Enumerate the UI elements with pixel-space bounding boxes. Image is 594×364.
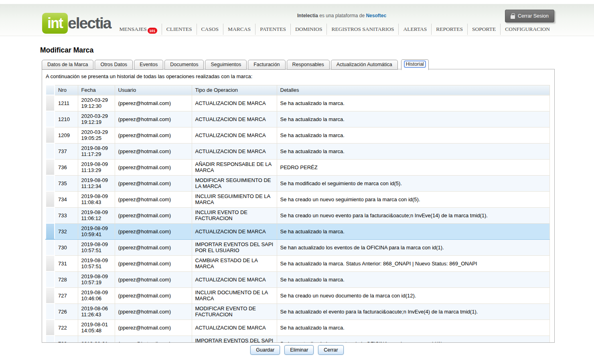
tab-label: Eventos — [140, 62, 158, 67]
cell-tipo: INCLUIR SEGUIMIENTO DE LA MARCA — [192, 191, 277, 207]
table-row[interactable]: 727 2019-08-09 10:46:06 (pperez@hotmail.… — [46, 287, 550, 303]
tab-historial[interactable]: Historial — [401, 59, 429, 70]
cell-tipo: AÑADIR RESPONSABLE DE LA MARCA — [192, 159, 277, 175]
nav-item-patentes[interactable]: PATENTES — [255, 24, 291, 35]
cell-tipo: ACTUALIZACION DE MARCA — [192, 271, 277, 287]
table-row[interactable]: 735 2019-08-09 11:12:34 (pperez@hotmail.… — [46, 175, 550, 191]
cell-nro: 737 — [55, 143, 78, 159]
table-row[interactable]: 731 2019-08-09 10:57:51 (pperez@hotmail.… — [46, 255, 550, 271]
table-row[interactable]: 737 2019-08-09 11:17:29 (pperez@hotmail.… — [46, 143, 550, 159]
row-gutter — [46, 287, 55, 303]
logo-link[interactable]: int electia — [42, 13, 111, 34]
cell-detalles: Se ha actualizado la marca. — [277, 111, 550, 127]
table-row[interactable]: 732 2019-08-09 10:59:41 (pperez@hotmail.… — [46, 223, 550, 239]
row-gutter — [46, 95, 55, 111]
cell-tipo: ACTUALIZACION DE MARCA — [192, 127, 277, 143]
cell-tipo: MODIFICAR SEGUIMIENTO DE LA MARCA — [192, 175, 277, 191]
cerrar-button[interactable]: Cerrar — [318, 345, 343, 355]
nav-item-registros-sanitarios[interactable]: REGISTROS SANITARIOS — [327, 24, 399, 35]
nav-item-label: REGISTROS SANITARIOS — [331, 26, 394, 32]
cell-tipo: INCLUIR DOCUMENTO DE LA MARCA — [192, 287, 277, 303]
nav-item-dominios[interactable]: DOMINIOS — [291, 24, 327, 35]
nav-item-marcas[interactable]: MARCAS — [223, 24, 255, 35]
cell-fecha: 2019-08-09 10:57:19 — [78, 271, 115, 287]
logo-mark: int — [42, 13, 68, 34]
cell-usuario: (pperez@hotmail.com) — [115, 175, 192, 191]
cell-fecha: 2019-08-09 10:57:51 — [78, 255, 115, 271]
table-row[interactable]: 722 2019-08-01 14:05:48 (pperez@hotmail.… — [46, 320, 550, 336]
row-gutter — [46, 320, 55, 336]
tab-otros-datos[interactable]: Otros Datos — [95, 60, 133, 70]
row-gutter — [46, 143, 55, 159]
cell-detalles: Se ha creado un nuevo evento para la fac… — [277, 207, 550, 223]
table-row[interactable]: 730 2019-08-09 10:57:51 (pperez@hotmail.… — [46, 239, 550, 255]
cell-usuario: (pperez@hotmail.com) — [115, 271, 192, 287]
nav-item-reportes[interactable]: REPORTES — [432, 24, 468, 35]
tab-label: Actualización Automática — [337, 62, 392, 67]
table-row[interactable]: 736 2019-08-09 11:13:29 (pperez@hotmail.… — [46, 159, 550, 175]
cell-fecha: 2020-03-29 19:05:25 — [78, 127, 115, 143]
cell-detalles: Se ha creado un nuevo documento de la ma… — [277, 287, 550, 303]
gutter-header — [46, 85, 55, 95]
cell-nro: 1211 — [55, 95, 78, 111]
cell-detalles: Se ha actualizado la marca. Status Anter… — [277, 255, 550, 271]
nav-item-casos[interactable]: CASOS — [197, 24, 224, 35]
row-gutter — [46, 271, 55, 287]
nav-item-alertas[interactable]: ALERTAS — [399, 24, 432, 35]
cell-tipo: IMPORTAR EVENTOS DEL SAPI POR EL USUARIO — [192, 336, 277, 343]
row-gutter — [46, 255, 55, 271]
tab-facturación[interactable]: Facturación — [248, 60, 285, 70]
page-title: Modificar Marca — [40, 46, 93, 55]
nav-item-label: DOMINIOS — [295, 26, 322, 32]
tab-documentos[interactable]: Documentos — [164, 60, 204, 70]
table-row[interactable]: 1211 2020-03-29 19:12:30 (pperez@hotmail… — [46, 95, 550, 111]
nav-item-label: CONFIGURACION — [505, 26, 550, 32]
table-row[interactable]: 728 2019-08-09 10:57:19 (pperez@hotmail.… — [46, 271, 550, 287]
logout-label: Cerrar Sesion — [518, 13, 549, 19]
screen: int electia Intelectia es una plataforma… — [0, 0, 594, 364]
eliminar-button[interactable]: Eliminar — [284, 345, 314, 355]
history-table-body: 1211 2020-03-29 19:12:30 (pperez@hotmail… — [46, 95, 550, 343]
cell-tipo: ACTUALIZACION DE MARCA — [192, 111, 277, 127]
cell-usuario: (pperez@hotmail.com) — [115, 127, 192, 143]
cell-fecha: 2020-03-29 19:12:30 — [78, 95, 115, 111]
logout-button[interactable]: Cerrar Sesion — [505, 10, 554, 22]
cell-detalles: PEDRO PERÉZ — [277, 159, 550, 175]
cell-nro: 727 — [55, 287, 78, 303]
nesoftec-link[interactable]: Nesoftec — [366, 13, 386, 18]
cell-fecha: 2019-08-09 11:06:12 — [78, 207, 115, 223]
table-row[interactable]: 1209 2020-03-29 19:05:25 (pperez@hotmail… — [46, 127, 550, 143]
cell-detalles: Se han actualizado los eventos de la OFI… — [277, 336, 550, 343]
table-row[interactable]: 720 2019-08-01 (pperez@hotmail.com) IMPO… — [46, 336, 550, 343]
nav-item-clientes[interactable]: CLIENTES — [162, 24, 197, 35]
cell-tipo: ACTUALIZACION DE MARCA — [192, 143, 277, 159]
tab-seguimientos[interactable]: Seguimientos — [205, 60, 247, 70]
row-gutter — [46, 111, 55, 127]
cell-tipo: ACTUALIZACION DE MARCA — [192, 95, 277, 111]
cell-fecha: 2019-08-09 10:46:06 — [78, 287, 115, 303]
nav-item-configuracion[interactable]: CONFIGURACION — [501, 24, 554, 35]
cell-usuario: (pperez@hotmail.com) — [115, 95, 192, 111]
cell-usuario: (pperez@hotmail.com) — [115, 336, 192, 343]
nav-item-soporte[interactable]: SOPORTE — [468, 24, 501, 35]
cell-fecha: 2019-08-06 11:26:43 — [78, 303, 115, 320]
cell-fecha: 2019-08-01 — [78, 336, 115, 343]
table-row[interactable]: 734 2019-08-09 11:08:43 (pperez@hotmail.… — [46, 191, 550, 207]
guardar-button[interactable]: Guardar — [250, 345, 280, 355]
cell-nro: 722 — [55, 320, 78, 336]
table-row[interactable]: 1210 2020-03-29 19:12:19 (pperez@hotmail… — [46, 111, 550, 127]
nav-item-mensajes[interactable]: MENSAJES 101 — [115, 24, 162, 35]
nav-item-label: MARCAS — [228, 26, 251, 32]
tab-actualización-automática[interactable]: Actualización Automática — [331, 60, 398, 70]
table-row[interactable]: 726 2019-08-06 11:26:43 (pperez@hotmail.… — [46, 303, 550, 320]
table-row[interactable]: 733 2019-08-09 11:06:12 (pperez@hotmail.… — [46, 207, 550, 223]
cell-detalles: Se ha actualizado la marca. — [277, 223, 550, 239]
tab-eventos[interactable]: Eventos — [134, 60, 163, 70]
history-table: NroFechaUsuarioTipo de OperacionDetalles… — [45, 85, 550, 343]
tab-bar: Datos de la Marca Otros Datos Eventos Do… — [42, 59, 430, 70]
tab-responsables[interactable]: Responsables — [287, 60, 330, 70]
platform-tagline: Intelectia es una plataforma de Nesoftec — [297, 13, 386, 18]
tab-datos-de-la-marca[interactable]: Datos de la Marca — [42, 60, 93, 70]
nav-item-label: REPORTES — [436, 26, 463, 32]
cell-usuario: (pperez@hotmail.com) — [115, 159, 192, 175]
